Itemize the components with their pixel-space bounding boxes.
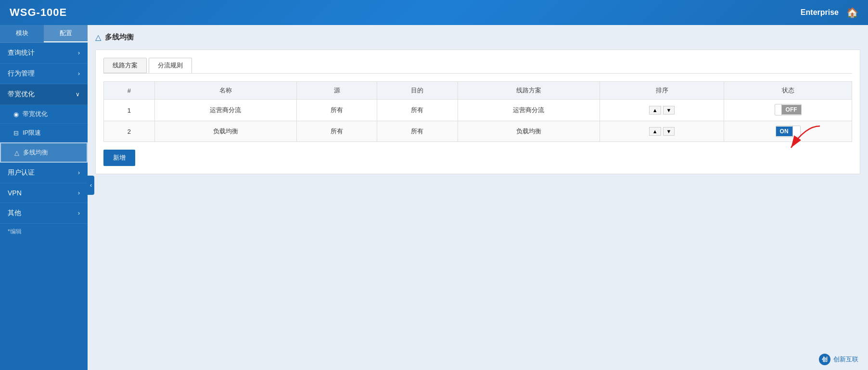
- header: WSG-100E Enterprise 🏠: [0, 0, 868, 25]
- sidebar: 模块 配置 查询统计 › 行为管理 › 带宽优化 ∨ ◉ 带宽优化: [0, 25, 88, 370]
- toggle-knob-off: [775, 104, 782, 115]
- cell-sort: ▲ ▼: [600, 121, 724, 142]
- content-panel: 线路方案 分流规则 # 名称 源 目的 线路方案 排序 状态: [95, 50, 860, 174]
- sidebar-item-bandwidth[interactable]: 带宽优化 ∨: [0, 84, 88, 105]
- add-button[interactable]: 新增: [103, 150, 135, 166]
- chevron-down-icon: ∨: [76, 91, 80, 98]
- tab-flow-rule[interactable]: 分流规则: [149, 58, 192, 73]
- sidebar-item-label: 其他: [8, 209, 21, 217]
- sidebar-item-vpn[interactable]: VPN ›: [0, 183, 88, 203]
- col-name: 名称: [154, 82, 296, 100]
- sidebar-sub-item-bandwidth-opt[interactable]: ◉ 带宽优化: [0, 105, 88, 124]
- toggle-knob-on: [792, 126, 800, 137]
- sidebar-item-user-auth[interactable]: 用户认证 ›: [0, 163, 88, 183]
- col-sort: 排序: [600, 82, 724, 100]
- cell-status[interactable]: OFF: [724, 100, 852, 121]
- cell-plan: 运营商分流: [458, 100, 600, 121]
- chevron-right-icon: ›: [78, 169, 80, 176]
- toggle-on-switch[interactable]: ON: [776, 126, 801, 137]
- app-title: WSG-100E: [10, 6, 67, 19]
- col-plan: 线路方案: [458, 82, 600, 100]
- chevron-right-icon: ›: [78, 70, 80, 77]
- sidebar-sub-item-ip-speed[interactable]: ⊟ IP限速: [0, 124, 88, 142]
- table-row: 1 运营商分流 所有 所有 运营商分流 ▲ ▼: [104, 100, 852, 121]
- tab-line-plan[interactable]: 线路方案: [103, 58, 147, 73]
- ip-speed-icon: ⊟: [13, 129, 19, 137]
- sort-down-button[interactable]: ▼: [663, 127, 675, 136]
- company-name: 创新互联: [833, 355, 858, 364]
- sidebar-item-label: 行为管理: [8, 69, 35, 78]
- sidebar-edit[interactable]: *编辑: [0, 224, 88, 240]
- sidebar-sub-item-multiline[interactable]: △ 多线均衡: [0, 142, 88, 163]
- page-header-icon: △: [95, 33, 101, 42]
- cell-sort: ▲ ▼: [600, 100, 724, 121]
- table-header-row: # 名称 源 目的 线路方案 排序 状态: [104, 82, 852, 100]
- bandwidth-icon: ◉: [13, 111, 19, 118]
- layout: 模块 配置 查询统计 › 行为管理 › 带宽优化 ∨ ◉ 带宽优化: [0, 25, 868, 370]
- cell-source: 所有: [296, 100, 377, 121]
- sidebar-item-behavior[interactable]: 行为管理 ›: [0, 64, 88, 84]
- col-source: 源: [296, 82, 377, 100]
- chevron-right-icon: ›: [78, 50, 80, 56]
- col-dest: 目的: [377, 82, 458, 100]
- cell-source: 所有: [296, 121, 377, 142]
- sidebar-sub-label: IP限速: [23, 128, 41, 137]
- cell-status[interactable]: ON: [724, 121, 852, 142]
- tab-config[interactable]: 配置: [44, 25, 88, 42]
- chevron-right-icon: ›: [78, 210, 80, 217]
- cell-name: 运营商分流: [154, 100, 296, 121]
- sidebar-tabs: 模块 配置: [0, 25, 88, 43]
- edition-label: Enterprise: [801, 8, 839, 17]
- sidebar-item-label: 查询统计: [8, 49, 35, 57]
- header-right: Enterprise 🏠: [801, 7, 858, 18]
- cell-index: 2: [104, 121, 155, 142]
- sidebar-sub-label: 多线均衡: [23, 148, 48, 157]
- tab-bar: 线路方案 分流规则: [103, 58, 852, 74]
- cell-index: 1: [104, 100, 155, 121]
- toggle-on-label: ON: [776, 127, 792, 136]
- cell-dest: 所有: [377, 100, 458, 121]
- page-header: △ 多线均衡: [95, 33, 860, 42]
- toggle-off-switch[interactable]: OFF: [775, 104, 802, 115]
- col-index: #: [104, 82, 155, 100]
- data-table: # 名称 源 目的 线路方案 排序 状态 1 运营商分流 所有: [103, 81, 852, 142]
- sort-up-button[interactable]: ▲: [649, 127, 661, 136]
- col-status: 状态: [724, 82, 852, 100]
- sidebar-item-label: 带宽优化: [8, 90, 35, 99]
- edit-label: *编辑: [8, 228, 22, 235]
- tab-module[interactable]: 模块: [0, 25, 44, 42]
- sort-up-button[interactable]: ▲: [649, 106, 661, 115]
- sidebar-collapse-handle[interactable]: ‹: [88, 176, 94, 195]
- sidebar-item-label: 用户认证: [8, 168, 35, 177]
- footer-watermark: 创 创新互联: [819, 354, 858, 365]
- toggle-off-label: OFF: [782, 105, 801, 115]
- sidebar-item-other[interactable]: 其他 ›: [0, 203, 88, 224]
- cell-name: 负载均衡: [154, 121, 296, 142]
- sidebar-item-query-stats[interactable]: 查询统计 ›: [0, 43, 88, 64]
- sidebar-sub-label: 带宽优化: [23, 110, 48, 118]
- cell-dest: 所有: [377, 121, 458, 142]
- chevron-right-icon: ›: [78, 190, 80, 196]
- company-logo: 创: [819, 354, 830, 365]
- home-icon[interactable]: 🏠: [846, 7, 858, 18]
- sidebar-item-label: VPN: [8, 189, 22, 197]
- main-content: △ 多线均衡 线路方案 分流规则 # 名称 源 目的 线路方案 排: [88, 25, 868, 370]
- sidebar-menu: 查询统计 › 行为管理 › 带宽优化 ∨ ◉ 带宽优化 ⊟ IP限速: [0, 43, 88, 370]
- page-title: 多线均衡: [105, 33, 134, 42]
- sort-down-button[interactable]: ▼: [663, 106, 675, 115]
- table-row: 2 负载均衡 所有 所有 负载均衡 ▲ ▼: [104, 121, 852, 142]
- multiline-icon: △: [14, 149, 19, 156]
- cell-plan: 负载均衡: [458, 121, 600, 142]
